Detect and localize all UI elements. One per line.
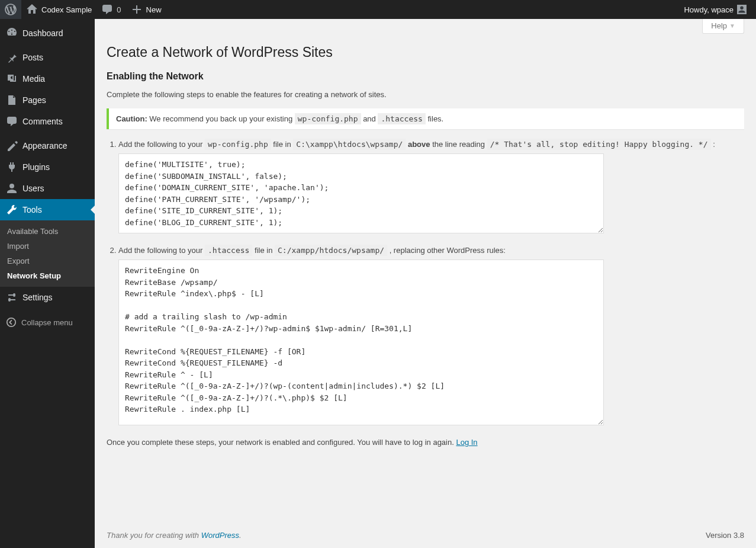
comment-icon xyxy=(6,116,18,127)
dashboard-icon xyxy=(6,27,18,39)
site-title: Codex Sample xyxy=(41,5,92,14)
completion-text: Once you complete these steps, your netw… xyxy=(107,438,744,447)
wp-logo-menu[interactable] xyxy=(0,0,21,19)
account-menu[interactable]: Howdy, wpace xyxy=(679,0,751,19)
step-1: Add the following to your wp-config.php … xyxy=(118,140,744,235)
menu-settings[interactable]: Settings xyxy=(0,287,95,308)
menu-plugins[interactable]: Plugins xyxy=(0,156,95,178)
settings-icon xyxy=(6,291,18,303)
admin-menu: Dashboard Posts Media Pages Comments App… xyxy=(0,19,95,548)
menu-tools[interactable]: Tools xyxy=(0,199,95,220)
media-icon xyxy=(6,73,18,85)
menu-media[interactable]: Media xyxy=(0,68,95,89)
menu-dashboard[interactable]: Dashboard xyxy=(0,23,95,44)
wp-config-code[interactable] xyxy=(118,153,604,233)
site-menu[interactable]: Codex Sample xyxy=(21,0,96,19)
wordpress-icon xyxy=(5,4,17,15)
step-2: Add the following to your .htaccess file… xyxy=(118,246,744,427)
submenu-available-tools[interactable]: Available Tools xyxy=(0,224,95,239)
menu-posts[interactable]: Posts xyxy=(0,47,95,68)
page-icon xyxy=(6,94,18,106)
htaccess-code[interactable] xyxy=(118,259,604,425)
footer: Thank you for creating with WordPress. V… xyxy=(95,520,756,548)
collapse-icon xyxy=(6,317,17,328)
section-title: Enabling the Network xyxy=(107,71,744,82)
login-link[interactable]: Log In xyxy=(456,438,477,447)
comments-count: 0 xyxy=(117,5,121,14)
comment-icon xyxy=(101,4,113,15)
footer-thanks: Thank you for creating with WordPress. xyxy=(107,531,242,540)
submenu-network-setup[interactable]: Network Setup xyxy=(0,268,95,283)
chevron-down-icon: ▼ xyxy=(729,23,735,29)
menu-pages[interactable]: Pages xyxy=(0,89,95,111)
users-icon xyxy=(6,182,18,194)
help-tab[interactable]: Help ▼ xyxy=(702,19,744,34)
footer-version: Version 3.8 xyxy=(706,531,744,540)
home-icon xyxy=(26,4,38,15)
new-label: New xyxy=(146,5,162,14)
submenu-export[interactable]: Export xyxy=(0,254,95,268)
new-content-menu[interactable]: New xyxy=(126,0,166,19)
menu-comments[interactable]: Comments xyxy=(0,111,95,132)
menu-appearance[interactable]: Appearance xyxy=(0,135,95,156)
plugin-icon xyxy=(6,161,18,173)
wordpress-link[interactable]: WordPress xyxy=(201,531,239,540)
page-title: Create a Network of WordPress Sites xyxy=(107,44,744,60)
caution-notice: Caution: We recommend you back up your e… xyxy=(107,108,744,129)
pin-icon xyxy=(6,52,18,63)
avatar xyxy=(737,5,747,14)
tools-submenu: Available Tools Import Export Network Se… xyxy=(0,220,95,287)
svg-point-0 xyxy=(7,318,15,326)
intro-text: Complete the following steps to enable t… xyxy=(107,90,744,99)
collapse-menu[interactable]: Collapse menu xyxy=(0,311,95,334)
submenu-import[interactable]: Import xyxy=(0,239,95,254)
comments-menu[interactable]: 0 xyxy=(96,0,126,19)
tools-icon xyxy=(6,204,18,216)
appearance-icon xyxy=(6,140,18,152)
menu-users[interactable]: Users xyxy=(0,178,95,199)
plus-icon xyxy=(131,4,143,15)
admin-bar: Codex Sample 0 New Howdy, wpace xyxy=(0,0,756,19)
